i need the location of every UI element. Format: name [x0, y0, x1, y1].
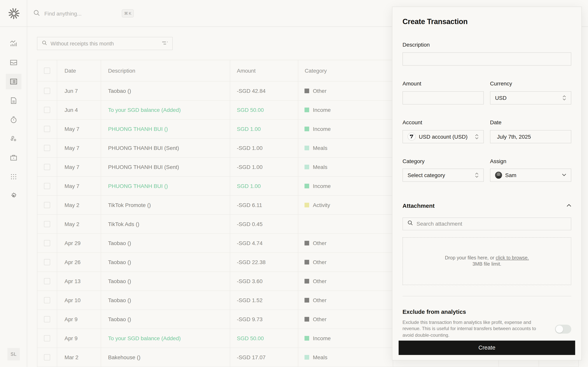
- category-color-swatch: [305, 298, 309, 302]
- create-button[interactable]: Create: [399, 340, 575, 355]
- exclude-analytics-title: Exclude from analytics: [403, 308, 571, 315]
- sidebar-item-tracker[interactable]: [6, 112, 21, 127]
- category-color-swatch: [305, 165, 309, 169]
- row-checkbox[interactable]: [44, 316, 50, 322]
- transaction-category: Income: [298, 176, 393, 195]
- filter-placeholder: Without receipts this month: [51, 41, 162, 46]
- row-checkbox[interactable]: [44, 278, 50, 284]
- row-checkbox[interactable]: [44, 259, 50, 265]
- app-logo-icon[interactable]: [9, 8, 19, 19]
- transaction-date: Apr 10: [57, 291, 101, 309]
- sidebar-item-inbox[interactable]: [6, 55, 21, 70]
- attachment-title: Attachment: [403, 202, 435, 209]
- command-icon: ⌘: [124, 11, 128, 16]
- transaction-category: Other: [298, 310, 393, 328]
- transaction-description: Taobao (): [101, 272, 230, 290]
- row-checkbox[interactable]: [44, 202, 50, 208]
- category-color-swatch: [305, 317, 309, 321]
- transaction-description: PHUONG THANH BUI (): [101, 176, 230, 195]
- document-icon: [10, 97, 17, 104]
- transaction-amount: -SGD 1.00: [230, 138, 298, 157]
- sidebar-item-vault[interactable]: [6, 150, 21, 166]
- file-dropzone[interactable]: Drop your files here, or click to browse…: [403, 237, 571, 285]
- currency-select[interactable]: USD: [490, 91, 571, 104]
- panel-title: Create Transaction: [403, 17, 571, 26]
- category-label: Category: [403, 158, 484, 164]
- transaction-description: TikTok Promote (): [101, 196, 230, 214]
- select-all-checkbox[interactable]: [44, 67, 50, 74]
- row-checkbox-cell: [37, 234, 57, 252]
- transaction-amount: -SGD 42.84: [230, 81, 298, 100]
- category-color-swatch: [305, 241, 309, 245]
- transaction-description: Bakehouse (): [101, 348, 230, 367]
- user-avatar[interactable]: SL: [7, 348, 20, 360]
- transaction-date: Jun 4: [57, 100, 101, 119]
- briefcase-icon: [10, 154, 17, 162]
- amount-label: Amount: [403, 80, 484, 86]
- chevron-up-icon[interactable]: [567, 204, 571, 207]
- transaction-amount: -SGD 4.74: [230, 234, 298, 252]
- filter-icon[interactable]: [162, 40, 168, 47]
- transaction-category: Activity: [298, 196, 393, 214]
- transaction-date: May 2: [57, 196, 101, 214]
- browse-files-link[interactable]: click to browse.: [496, 255, 529, 260]
- row-checkbox-cell: [37, 291, 57, 309]
- date-label: Date: [490, 119, 571, 125]
- column-header-date: Date: [57, 60, 101, 81]
- sidebar-item-analytics[interactable]: [6, 36, 21, 51]
- bubbles-icon: [10, 135, 17, 142]
- transaction-description: Taobao (): [101, 291, 230, 309]
- exclude-analytics-toggle[interactable]: [555, 325, 571, 334]
- transaction-description: TikTok Ads (): [101, 215, 230, 233]
- row-checkbox-cell: [37, 329, 57, 347]
- transaction-category: Other: [298, 253, 393, 271]
- category-select[interactable]: Select category: [403, 168, 484, 182]
- row-checkbox[interactable]: [44, 107, 50, 113]
- row-checkbox-cell: [37, 310, 57, 328]
- sidebar-item-apps[interactable]: [6, 169, 21, 184]
- row-checkbox[interactable]: [44, 240, 50, 246]
- transaction-description: PHUONG THANH BUI (Sent): [101, 158, 230, 176]
- transaction-category: Meals: [298, 348, 393, 367]
- transaction-amount: -SGD 22.38: [230, 253, 298, 271]
- transaction-amount: -SGD 0.45: [230, 215, 298, 233]
- row-checkbox[interactable]: [44, 126, 50, 132]
- description-input[interactable]: [403, 52, 571, 66]
- sidebar-item-customers[interactable]: [6, 131, 21, 146]
- transaction-category: Other: [298, 81, 393, 100]
- transaction-date: Jun 7: [57, 81, 101, 100]
- row-checkbox[interactable]: [44, 88, 50, 94]
- global-search-placeholder: Find anything...: [44, 10, 81, 17]
- attachment-search-input[interactable]: Search attachment: [403, 217, 571, 230]
- row-checkbox-cell: [37, 100, 57, 119]
- currency-label: Currency: [490, 80, 571, 86]
- amount-input[interactable]: [403, 91, 484, 104]
- sidebar-item-invoices[interactable]: [6, 93, 21, 108]
- date-field[interactable]: July 7th, 2025: [490, 130, 571, 143]
- row-checkbox[interactable]: [44, 297, 50, 303]
- transaction-amount: SGD 50.00: [230, 329, 298, 347]
- category-color-swatch: [305, 336, 309, 340]
- section-divider: [403, 296, 571, 296]
- bank-logo-icon: [407, 133, 416, 141]
- row-checkbox[interactable]: [44, 221, 50, 227]
- category-color-swatch: [305, 145, 309, 150]
- transaction-date: Apr 29: [57, 234, 101, 252]
- transaction-amount: -SGD 1.00: [230, 158, 298, 176]
- row-checkbox-cell: [37, 253, 57, 271]
- account-select[interactable]: USD account (USD): [403, 130, 484, 143]
- transaction-description: Taobao (): [101, 81, 230, 100]
- row-checkbox[interactable]: [44, 164, 50, 170]
- create-transaction-panel: Create Transaction Description Amount Cu…: [392, 6, 582, 360]
- sidebar-item-settings[interactable]: [6, 188, 21, 203]
- assign-select[interactable]: Sam: [490, 168, 571, 182]
- transactions-filter-input[interactable]: Without receipts this month: [37, 37, 173, 50]
- transaction-amount: SGD 1.00: [230, 176, 298, 195]
- row-checkbox[interactable]: [44, 354, 50, 360]
- transaction-category: Meals: [298, 138, 393, 157]
- row-checkbox[interactable]: [44, 335, 50, 341]
- transaction-amount: -SGD 9.73: [230, 310, 298, 328]
- sidebar-item-transactions[interactable]: [6, 74, 21, 89]
- row-checkbox[interactable]: [44, 183, 50, 189]
- row-checkbox[interactable]: [44, 145, 50, 151]
